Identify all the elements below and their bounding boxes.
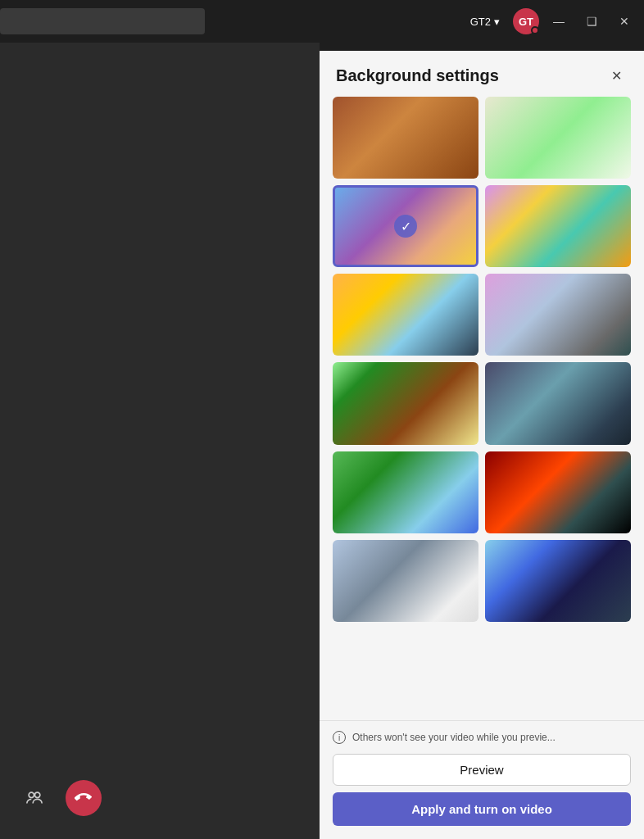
svg-point-1 (34, 792, 39, 797)
maximize-button[interactable]: ❑ (578, 8, 605, 34)
info-text: Others won't see your video while you pr… (352, 732, 556, 743)
background-thumb-bridge[interactable] (333, 274, 478, 356)
backgrounds-grid: ✓ (333, 97, 631, 622)
panel-footer: i Others won't see your video while you … (320, 720, 644, 839)
video-preview-area (0, 43, 320, 839)
info-row: i Others won't see your video while you … (333, 731, 631, 744)
background-thumb-nature[interactable] (333, 540, 478, 622)
apply-video-button[interactable]: Apply and turn on video (333, 792, 631, 826)
background-thumb-room2[interactable] (485, 97, 631, 179)
background-thumb-minecraft2[interactable] (485, 451, 631, 533)
minimize-button[interactable]: — (546, 8, 572, 34)
account-label: GT2 (470, 16, 491, 28)
avatar[interactable]: GT (513, 8, 539, 34)
background-thumb-bubbles1[interactable]: ✓ (333, 185, 478, 267)
backgrounds-grid-container: ✓ (320, 97, 644, 720)
background-thumb-classroom[interactable] (333, 362, 478, 444)
chevron-down-icon: ▾ (494, 16, 500, 28)
account-badge[interactable]: GT2 ▾ (464, 12, 506, 31)
title-bar-right: GT2 ▾ GT — ❑ ✕ (464, 8, 637, 34)
call-controls (0, 757, 320, 839)
svg-point-0 (29, 792, 34, 797)
background-thumb-minecraft1[interactable] (333, 451, 478, 533)
end-call-button[interactable] (66, 780, 102, 816)
background-thumb-scifi[interactable] (485, 362, 631, 444)
panel-header: Background settings ✕ (320, 51, 644, 97)
background-thumb-sky[interactable] (485, 540, 631, 622)
background-thumb-bubbles2[interactable] (485, 185, 631, 267)
preview-button[interactable]: Preview (333, 754, 631, 786)
background-thumb-mountain[interactable] (485, 274, 631, 356)
background-settings-panel: Background settings ✕ ✓ i Others won't s… (320, 51, 644, 839)
panel-title: Background settings (336, 66, 499, 85)
people-button[interactable] (16, 780, 52, 816)
background-thumb-room1[interactable] (333, 97, 478, 179)
close-window-button[interactable]: ✕ (611, 8, 637, 34)
search-bar[interactable] (0, 8, 205, 34)
online-status-dot (531, 26, 539, 34)
title-bar: GT2 ▾ GT — ❑ ✕ (0, 0, 644, 43)
selected-check-icon: ✓ (394, 215, 417, 238)
info-icon: i (333, 731, 346, 744)
close-panel-button[interactable]: ✕ (605, 64, 628, 87)
